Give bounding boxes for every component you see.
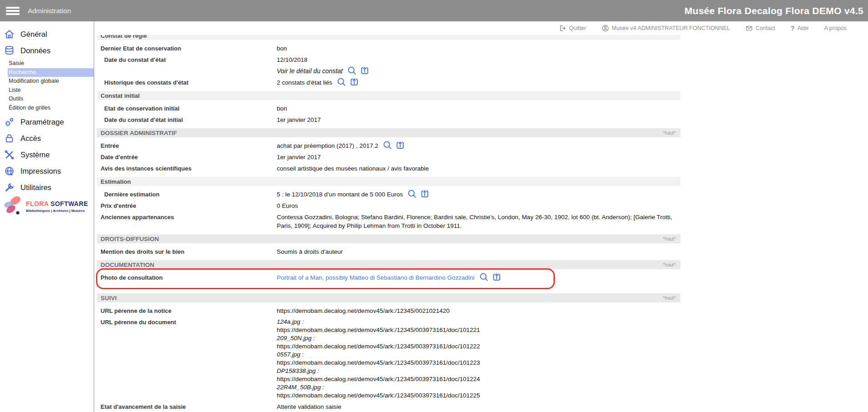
field-value-text: https://demobam.decalog.net/demov45/ark:… xyxy=(277,306,450,315)
userbar-quitter[interactable]: Quitter xyxy=(559,25,586,32)
row-action-icons xyxy=(407,189,430,199)
mail-icon xyxy=(746,25,753,32)
sidebar-subitem-outils[interactable]: Outils xyxy=(8,95,94,104)
field-label: Date du constat d'état xyxy=(97,55,277,64)
section-header-dossier-administratif: DOSSIER ADMINISTRATIF^haut^ xyxy=(97,128,680,137)
field-label: Dernière estimation xyxy=(97,190,277,199)
sidebar: GénéralDonnéesSaisieRechercheModificatio… xyxy=(0,21,94,412)
field-value: Soumis à droits d'auteur xyxy=(277,247,680,256)
field-row-prix-d-entree: Prix d'entrée0 Euros xyxy=(97,200,680,211)
field-value: 5 : le 12/10/2018 d'un montant de 5 000 … xyxy=(277,190,680,199)
sidebar-subitem-liste[interactable]: Liste xyxy=(8,86,94,95)
field-row-dernier-etat-de-conservation: Dernier Etat de conservationbon xyxy=(97,43,680,54)
document-url: https://demobam.decalog.net/demov45/ark:… xyxy=(277,359,680,367)
userbar-a-propos[interactable]: A propos xyxy=(824,25,847,31)
field-row-derniere-estimation: Dernière estimation5 : le 12/10/2018 d'u… xyxy=(97,189,680,200)
back-to-top-link[interactable]: ^haut^ xyxy=(663,131,676,136)
userbar-aide[interactable]: ?Aide xyxy=(791,25,809,32)
field-label: URL pérenne du document xyxy=(97,318,277,327)
document-url: https://demobam.decalog.net/demov45/ark:… xyxy=(277,342,680,351)
sidebar-item-donnees[interactable]: Données xyxy=(0,43,94,58)
userbar-contact[interactable]: Contact xyxy=(746,25,775,32)
field-row-mention-des-droits-sur-le-bien: Mention des droits sur le bienSoumis à d… xyxy=(97,246,680,257)
sidebar-subitem-edition-de-grilles[interactable]: Édition de grilles xyxy=(8,104,94,113)
section-header-constat-de-regle: Constat de règle xyxy=(97,35,680,40)
open-record-icon[interactable] xyxy=(360,66,370,75)
document-url: https://demobam.decalog.net/demov45/ark:… xyxy=(277,326,680,334)
userbar-label: Contact xyxy=(756,25,775,31)
lock-icon xyxy=(4,133,15,144)
field-row-etat-de-conservation-initial: Etat de conservation initialbon xyxy=(97,103,680,114)
open-record-icon[interactable] xyxy=(396,141,405,150)
field-value-text: achat par préemption (2017) , 2017.2 xyxy=(277,141,378,150)
sidebar-subitem-recherche[interactable]: Recherche xyxy=(8,68,94,77)
spacer xyxy=(97,283,868,291)
sidebar-item-systeme[interactable]: Système xyxy=(0,147,94,162)
row-action-icons xyxy=(337,77,359,87)
field-value-text: 0 Euros xyxy=(277,201,298,210)
row-action-icons xyxy=(479,272,502,282)
sidebar-item-parametrage[interactable]: Paramétrage xyxy=(0,115,94,130)
logo-wordmark: FLORA SOFTWARE xyxy=(26,200,88,207)
sidebar-item-label: Paramétrage xyxy=(20,118,64,126)
magnifier-icon[interactable] xyxy=(337,77,346,87)
record-link[interactable]: Portrait of a Man, possibly Matteo di Se… xyxy=(277,273,475,282)
hamburger-menu-icon[interactable] xyxy=(6,5,20,16)
sidebar-subitem-saisie[interactable]: Saisie xyxy=(8,59,94,68)
sidebar-sublist: SaisieRechercheModification globaleListe… xyxy=(0,59,94,112)
gears-icon xyxy=(4,116,15,128)
field-value-text: Voir le détail du constat xyxy=(277,67,343,75)
sidebar-item-general[interactable]: Général xyxy=(0,27,94,42)
document-filename: 124a.jpg : xyxy=(277,318,680,326)
record-detail-view: Constat de règleDernier Etat de conserva… xyxy=(94,35,868,412)
sidebar-subitem-modification-globale[interactable]: Modification globale xyxy=(8,77,94,86)
field-label: Etat de conservation initial xyxy=(97,104,277,113)
magnifier-icon[interactable] xyxy=(479,272,489,282)
document-url: https://demobam.decalog.net/demov45/ark:… xyxy=(277,392,680,400)
document-filename: 22R4M_50B.jpg : xyxy=(277,383,680,392)
magnifier-icon[interactable] xyxy=(383,141,392,150)
document-filename: 209_50N.jpg : xyxy=(277,334,680,342)
back-to-top-link[interactable]: ^haut^ xyxy=(663,236,676,241)
field-value-text: 1er janvier 2017 xyxy=(277,153,321,161)
back-to-top-link[interactable]: ^haut^ xyxy=(663,262,676,267)
section-header-droits-diffusion: DROITS-DIFFUSION^haut^ xyxy=(97,234,680,243)
field-label: Avis des instances scientifiques xyxy=(97,164,277,173)
section-title: DOCUMENTATION xyxy=(101,261,154,268)
field-value: 2 constats d'état liés xyxy=(277,78,680,87)
field-row-date-du-constat-d-etat-initial: Date du constat d'état initial1er janvie… xyxy=(97,114,680,126)
row-action-icons xyxy=(347,66,370,75)
sidebar-item-acces[interactable]: Accès xyxy=(0,131,94,146)
open-record-icon[interactable] xyxy=(350,77,359,87)
magnifier-icon[interactable] xyxy=(407,189,417,199)
sidebar-item-impressions[interactable]: Impressions xyxy=(0,164,94,179)
field-label: Mention des droits sur le bien xyxy=(97,247,277,256)
field-label: Entrée xyxy=(97,141,277,150)
back-to-top-link[interactable]: ^haut^ xyxy=(663,296,676,301)
field-value-text: 2 constats d'état liés xyxy=(277,78,332,87)
field-value: bon xyxy=(277,104,680,113)
section-header-documentation: DOCUMENTATION^haut^ xyxy=(97,260,680,269)
section-header-suivi: SUIVI^haut^ xyxy=(97,293,680,302)
open-record-icon[interactable] xyxy=(492,272,502,282)
wrench-icon xyxy=(4,182,15,193)
open-record-icon[interactable] xyxy=(420,189,430,199)
field-value-text: 1er janvier 2017 xyxy=(277,116,321,124)
field-value-text: Soumis à droits d'auteur xyxy=(277,247,343,256)
user-bar: QuitterMusée v4 ADMINISTRATEUR FONCTIONN… xyxy=(94,21,868,35)
userbar-musee-v4-administrateur-fonctionnel[interactable]: Musée v4 ADMINISTRATEUR FONCTIONNEL xyxy=(602,25,730,32)
field-value: achat par préemption (2017) , 2017.2 xyxy=(277,141,680,150)
flora-butterfly-icon xyxy=(4,194,23,219)
exit-icon xyxy=(559,25,566,32)
field-value-text: 5 : le 12/10/2018 d'un montant de 5 000 … xyxy=(277,190,403,199)
document-url: https://demobam.decalog.net/demov45/ark:… xyxy=(277,375,680,383)
sidebar-item-utilitaires[interactable]: Utilitaires xyxy=(0,180,94,195)
field-value-text: Attente validation saisie xyxy=(277,402,341,411)
section-title: DOSSIER ADMINISTRATIF xyxy=(101,130,177,136)
page-shell: GénéralDonnéesSaisieRechercheModificatio… xyxy=(0,21,868,412)
document-filename: DP158338.jpg : xyxy=(277,367,680,375)
field-row-avis-des-instances-scientifiques: Avis des instances scientifiquesconseil … xyxy=(97,163,680,174)
sidebar-item-label: Utilitaires xyxy=(20,183,51,192)
magnifier-icon[interactable] xyxy=(347,66,357,75)
top-bar: Administration Musée Flora Decalog Flora… xyxy=(0,0,868,21)
